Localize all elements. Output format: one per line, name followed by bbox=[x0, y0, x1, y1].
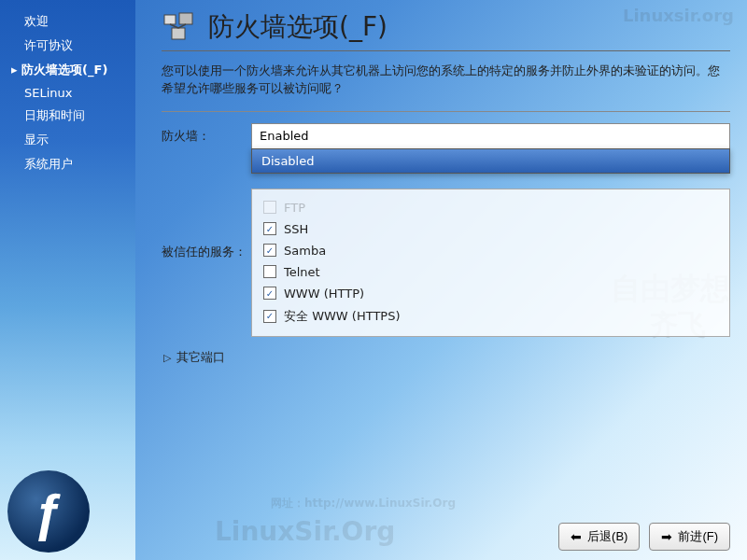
firewall-label: 防火墙： bbox=[162, 123, 251, 145]
service-item-ssh[interactable]: SSH bbox=[261, 218, 720, 240]
services-row: 被信任的服务： FTP SSH Samba Telnet bbox=[162, 189, 730, 337]
service-label: Telnet bbox=[284, 265, 320, 279]
service-item-samba[interactable]: Samba bbox=[261, 240, 720, 261]
chevron-right-icon: ▷ bbox=[163, 352, 171, 364]
wizard-footer: ⬅ 后退(B) ➡ 前进(F) bbox=[558, 523, 730, 551]
firewall-dropdown[interactable]: Enabled bbox=[251, 123, 730, 149]
page-description: 您可以使用一个防火墙来允许从其它机器上访问您的系统上的特定的服务并防止外界的未验… bbox=[162, 63, 730, 98]
checkbox-icon[interactable] bbox=[263, 201, 276, 214]
page-title: 防火墙选项(_F) bbox=[208, 9, 388, 45]
firewall-option-disabled[interactable]: Disabled bbox=[252, 149, 729, 173]
back-button[interactable]: ⬅ 后退(B) bbox=[558, 523, 640, 551]
sidebar-item-systemuser[interactable]: 系统用户 bbox=[11, 152, 124, 176]
checkbox-icon[interactable] bbox=[263, 244, 276, 257]
back-label: 后退(B) bbox=[587, 528, 627, 545]
services-label: 被信任的服务： bbox=[162, 189, 251, 260]
svg-line-4 bbox=[178, 24, 186, 28]
svg-rect-2 bbox=[172, 28, 185, 39]
service-item-ftp[interactable]: FTP bbox=[261, 197, 720, 218]
service-label: WWW (HTTP) bbox=[284, 287, 364, 301]
svg-rect-0 bbox=[164, 15, 176, 24]
service-label: Samba bbox=[284, 244, 326, 258]
page-header: 防火墙选项(_F) bbox=[162, 9, 730, 51]
fedora-logo: ƒ bbox=[7, 470, 90, 553]
checkbox-icon[interactable] bbox=[263, 287, 276, 300]
service-label: SSH bbox=[284, 222, 308, 236]
service-label: FTP bbox=[284, 201, 305, 215]
service-item-https[interactable]: 安全 WWW (HTTPS) bbox=[261, 304, 720, 329]
forward-label: 前进(F) bbox=[678, 528, 718, 545]
main-content: 防火墙选项(_F) 您可以使用一个防火墙来允许从其它机器上访问您的系统上的特定的… bbox=[135, 0, 747, 560]
other-ports-expander[interactable]: ▷ 其它端口 bbox=[163, 350, 730, 366]
sidebar-item-license[interactable]: 许可协议 bbox=[11, 34, 124, 58]
firewall-selected-value: Enabled bbox=[260, 129, 309, 143]
arrow-left-icon: ⬅ bbox=[571, 529, 582, 544]
arrow-right-icon: ➡ bbox=[661, 529, 672, 544]
sidebar-item-display[interactable]: 显示 bbox=[11, 128, 124, 152]
checkbox-icon[interactable] bbox=[263, 265, 276, 278]
svg-rect-1 bbox=[179, 13, 192, 24]
checkbox-icon[interactable] bbox=[263, 310, 276, 323]
forward-button[interactable]: ➡ 前进(F) bbox=[649, 523, 730, 551]
trusted-services-list: FTP SSH Samba Telnet WWW (HTTP) bbox=[251, 189, 730, 337]
sidebar-item-selinux[interactable]: SELinux bbox=[11, 82, 124, 104]
fedora-f-icon: ƒ bbox=[34, 482, 63, 542]
sidebar-item-datetime[interactable]: 日期和时间 bbox=[11, 104, 124, 128]
service-label: 安全 WWW (HTTPS) bbox=[284, 308, 401, 325]
expander-label: 其它端口 bbox=[176, 350, 225, 366]
firewall-dropdown-list: Disabled bbox=[251, 148, 730, 174]
service-item-http[interactable]: WWW (HTTP) bbox=[261, 283, 720, 304]
firewall-icon bbox=[162, 10, 195, 44]
service-item-telnet[interactable]: Telnet bbox=[261, 261, 720, 283]
sidebar-item-firewall[interactable]: 防火墙选项(_F) bbox=[11, 58, 124, 82]
svg-line-3 bbox=[170, 24, 178, 28]
checkbox-icon[interactable] bbox=[263, 222, 276, 235]
sidebar-item-welcome[interactable]: 欢迎 bbox=[11, 9, 124, 34]
firewall-row: 防火墙： Enabled Disabled bbox=[162, 123, 730, 149]
